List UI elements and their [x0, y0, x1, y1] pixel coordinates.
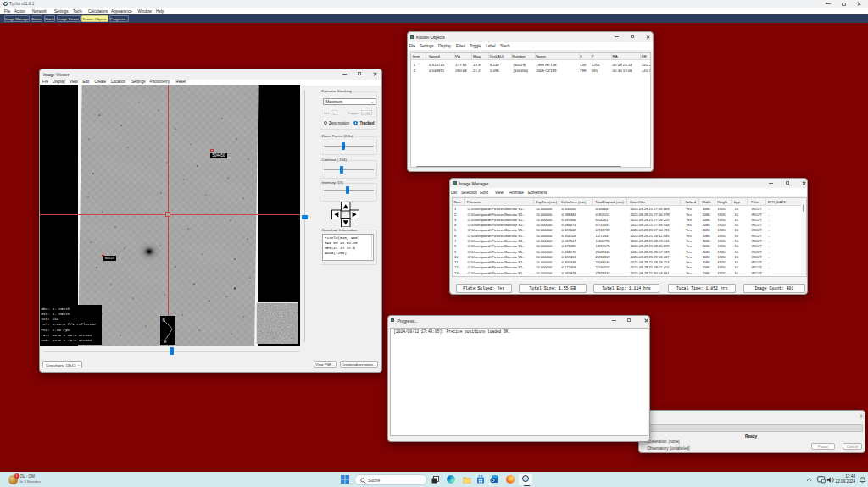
svg-text:N: N: [163, 318, 165, 323]
svg-text:E: E: [164, 340, 167, 344]
